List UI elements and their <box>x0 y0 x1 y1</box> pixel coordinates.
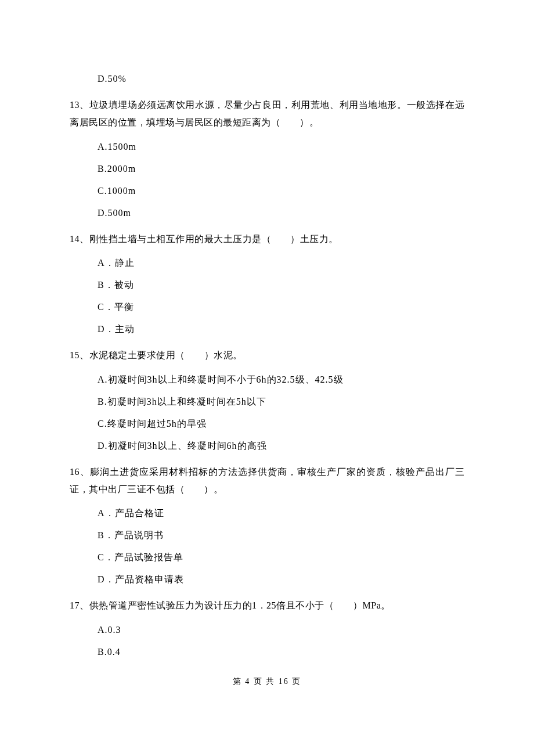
q16-stem: 16、膨润土进货应采用材料招标的方法选择供货商，审核生产厂家的资质，核验产品出厂… <box>70 463 464 499</box>
q14-option-c: C．平衡 <box>98 300 464 314</box>
q16-option-b: B．产品说明书 <box>98 528 464 542</box>
q13-option-b: B.2000m <box>98 162 464 176</box>
q14-stem: 14、刚性挡土墙与土相互作用的最大土压力是（ ）土压力。 <box>70 231 464 248</box>
q13-option-c: C.1000m <box>98 184 464 198</box>
q14-option-a: A．静止 <box>98 256 464 270</box>
q15-stem: 15、水泥稳定土要求使用（ ）水泥。 <box>70 347 464 364</box>
document-page: D.50% 13、垃圾填埋场必须远离饮用水源，尽量少占良田，利用荒地、利用当地地… <box>0 0 534 756</box>
q12-option-d: D.50% <box>98 72 464 86</box>
q14-option-b: B．被动 <box>98 278 464 292</box>
page-footer: 第 4 页 共 16 页 <box>70 675 464 687</box>
q16-option-a: A．产品合格证 <box>98 506 464 520</box>
q16-option-c: C．产品试验报告单 <box>98 550 464 564</box>
q15-option-a: A.初凝时间3h以上和终凝时间不小于6h的32.5级、42.5级 <box>98 373 464 387</box>
q17-stem: 17、供热管道严密性试验压力为设计压力的1．25倍且不小于（ ）MPa。 <box>70 597 464 614</box>
q15-option-d: D.初凝时间3h以上、终凝时间6h的高强 <box>98 439 464 453</box>
q13-option-d: D.500m <box>98 206 464 220</box>
q17-option-a: A.0.3 <box>98 623 464 637</box>
q17-option-b: B.0.4 <box>98 645 464 659</box>
q13-option-a: A.1500m <box>98 140 464 154</box>
q13-stem: 13、垃圾填埋场必须远离饮用水源，尽量少占良田，利用荒地、利用当地地形。一般选择… <box>70 96 464 132</box>
q16-option-d: D．产品资格申请表 <box>98 573 464 586</box>
q15-option-b: B.初凝时间3h以上和终凝时间在5h以下 <box>98 395 464 409</box>
q15-option-c: C.终凝时间超过5h的早强 <box>98 417 464 431</box>
q14-option-d: D．主动 <box>98 322 464 336</box>
